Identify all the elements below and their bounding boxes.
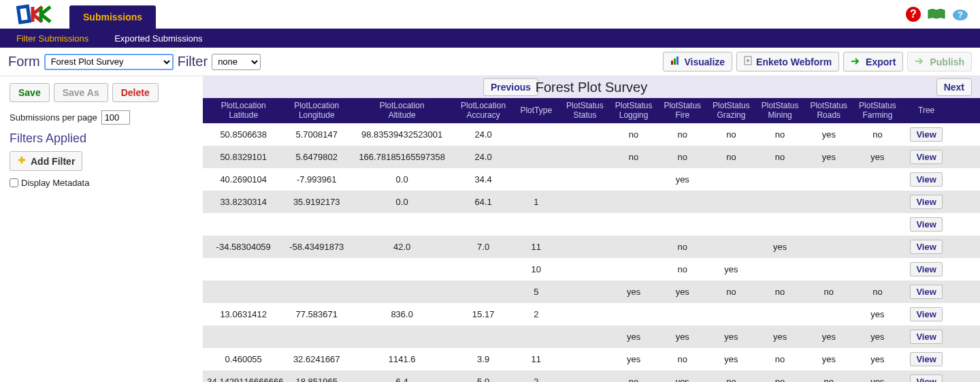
view-button[interactable]: View: [910, 217, 942, 232]
form-label: Form: [8, 54, 40, 69]
view-button[interactable]: View: [910, 172, 942, 187]
cell: 11: [512, 236, 561, 258]
cell: [804, 236, 853, 258]
cell: [284, 213, 349, 236]
odk-logo: [14, 3, 54, 28]
column-header[interactable]: PlotStatusMining: [755, 98, 804, 123]
view-button[interactable]: View: [910, 375, 942, 382]
cell: 1: [512, 191, 561, 213]
svg-rect-4: [671, 61, 673, 65]
cell: 34.4: [455, 168, 512, 191]
arrow-right-icon: [915, 57, 926, 67]
column-header[interactable]: PlotType: [512, 98, 561, 123]
cell: [512, 213, 561, 236]
cell: [561, 370, 610, 382]
column-header[interactable]: PlotStatusStatus: [561, 98, 610, 123]
cell: 24.0: [455, 146, 512, 168]
column-header[interactable]: PlotLocationLatitude: [203, 98, 284, 123]
help-icon[interactable]: ?: [905, 6, 921, 25]
cell: [853, 213, 902, 236]
view-button[interactable]: View: [910, 240, 942, 254]
view-button[interactable]: View: [910, 352, 942, 366]
cell: yes: [658, 325, 707, 348]
previous-button[interactable]: Previous: [483, 78, 538, 96]
column-header[interactable]: Tree: [902, 98, 951, 123]
cell: [707, 213, 756, 236]
cell: yes: [853, 146, 902, 168]
view-button[interactable]: View: [910, 150, 942, 164]
view-button[interactable]: View: [910, 285, 942, 299]
cell: no: [804, 370, 853, 382]
column-header[interactable]: PlotStatusLogging: [609, 98, 658, 123]
filter-select[interactable]: none: [212, 54, 261, 70]
table-row: 33.823031435.91921730.064.11View: [203, 191, 980, 213]
nav-filter-submissions[interactable]: Filter Submissions: [16, 33, 88, 44]
view-button[interactable]: View: [910, 307, 942, 321]
view-button[interactable]: View: [910, 330, 942, 344]
svg-text:?: ?: [910, 8, 917, 20]
cell: 166.78185165597358: [349, 146, 455, 168]
cell: no: [658, 236, 707, 258]
cell: [203, 325, 284, 348]
cell: 1141.6: [349, 348, 455, 370]
cell: [804, 213, 853, 236]
cell: yes: [658, 281, 707, 303]
cell: yes: [755, 236, 804, 258]
column-header[interactable]: PlotStatusRoads: [804, 98, 853, 123]
cell: no: [804, 281, 853, 303]
table-row: View: [203, 213, 980, 236]
column-header[interactable]: PlotStatusFarming: [853, 98, 902, 123]
cell: [755, 303, 804, 325]
cell: 2: [512, 370, 561, 382]
cell: yes: [804, 325, 853, 348]
cell: no: [755, 123, 804, 146]
column-header[interactable]: PlotLocationAccuracy: [455, 98, 512, 123]
cell: [707, 303, 756, 325]
content: Save Save As Delete Submissions per page…: [0, 76, 980, 382]
view-button[interactable]: View: [910, 195, 942, 209]
save-button[interactable]: Save: [10, 83, 50, 102]
cell: [707, 236, 756, 258]
table-row: 50.85066385.700814798.8353943252300124.0…: [203, 123, 980, 146]
cell: -7.993961: [284, 168, 349, 191]
nav-exported-submissions[interactable]: Exported Submissions: [114, 33, 202, 44]
table-row: 0.46005532.62416671141.63.911yesnoyesnoy…: [203, 348, 980, 370]
cell: [512, 325, 561, 348]
column-header[interactable]: PlotStatusFire: [658, 98, 707, 123]
publish-button[interactable]: Publish: [907, 52, 972, 71]
enketo-button[interactable]: Enketo Webform: [736, 52, 839, 71]
cell: [455, 281, 512, 303]
cell: no: [658, 146, 707, 168]
save-as-button[interactable]: Save As: [54, 83, 108, 102]
cell: [349, 281, 455, 303]
cell: 836.0: [349, 303, 455, 325]
cell: [561, 123, 610, 146]
cloud-icon[interactable]: ?: [951, 7, 969, 24]
add-filter-button[interactable]: Add Filter: [10, 151, 82, 171]
column-header[interactable]: PlotLocationLongitude: [284, 98, 349, 123]
cell: no: [658, 258, 707, 281]
cell: 0.0: [349, 168, 455, 191]
form-select[interactable]: Forest Plot Survey: [44, 54, 174, 70]
next-button[interactable]: Next: [936, 78, 972, 96]
cell: yes: [853, 370, 902, 382]
cell: yes: [853, 348, 902, 370]
cell: [804, 303, 853, 325]
column-header[interactable]: PlotLocationAltitude: [349, 98, 455, 123]
visualize-button[interactable]: Visualize: [663, 52, 732, 71]
export-button[interactable]: Export: [843, 52, 903, 71]
cell: [512, 146, 561, 168]
cell: 50.8506638: [203, 123, 284, 146]
svg-point-8: [747, 59, 749, 62]
tab-submissions[interactable]: Submissions: [69, 5, 156, 29]
cell: [804, 191, 853, 213]
form-icon: [744, 56, 752, 67]
view-button[interactable]: View: [910, 127, 942, 142]
book-icon[interactable]: [927, 7, 946, 23]
svg-text:?: ?: [958, 10, 963, 20]
subs-per-page-input[interactable]: [101, 110, 130, 125]
view-button[interactable]: View: [910, 262, 942, 276]
column-header[interactable]: PlotStatusGrazing: [707, 98, 756, 123]
display-metadata-checkbox[interactable]: [10, 178, 18, 187]
delete-button[interactable]: Delete: [112, 83, 159, 102]
